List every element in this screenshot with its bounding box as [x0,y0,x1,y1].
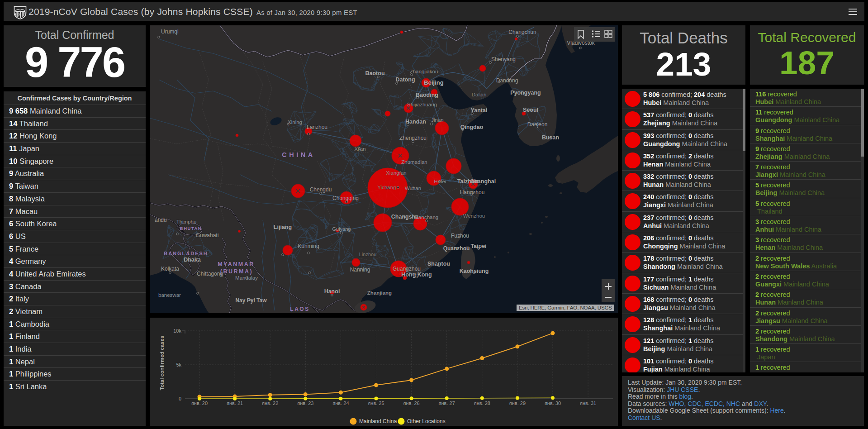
svg-text:янв. 23: янв. 23 [297,400,313,406]
svg-text:Handan: Handan [405,119,426,125]
svg-text:Busan: Busan [542,134,559,141]
svg-text:Nanning: Nanning [350,267,370,273]
svg-text:Shantou: Shantou [427,261,450,267]
svg-text:Pyongyang: Pyongyang [510,90,541,96]
svg-text:Urumqi: Urumqi [161,29,179,35]
svg-text:Quanzhou: Quanzhou [443,245,470,252]
svg-text:Daejeon: Daejeon [527,121,548,128]
svg-text:янв. 30: янв. 30 [545,400,561,406]
svg-text:Hong Kong: Hong Kong [401,272,432,278]
svg-text:Linzhou: Linzhou [359,252,377,257]
svg-text:Shenyang: Shenyang [491,56,516,62]
svg-text:CHINA: CHINA [282,151,315,158]
svg-text:Mandalay: Mandalay [235,275,258,281]
svg-text:Beijing: Beijing [424,79,443,86]
svg-text:Xi'an: Xi'an [354,146,365,152]
svg-text:baneswar: baneswar [158,292,181,298]
svg-text:Shijiazhuang: Shijiazhuang [407,102,437,107]
svg-text:BHUTAN: BHUTAN [180,226,202,231]
svg-text:Dalian: Dalian [472,92,487,97]
svg-text:0: 0 [179,396,181,401]
svg-text:Chongqing: Chongqing [332,195,359,201]
svg-text:BANGLADESH: BANGLADESH [164,251,208,256]
svg-text:янв. 24: янв. 24 [332,400,349,406]
svg-text:Baoding: Baoding [416,92,438,98]
svg-text:янв. 28: янв. 28 [474,400,490,406]
svg-text:10k: 10k [173,328,181,334]
svg-text:Guiyang: Guiyang [332,226,351,232]
svg-text:Dhaka: Dhaka [184,257,201,263]
svg-text:Zhumadian: Zhumadian [401,159,427,165]
svg-text:LAOS: LAOS [290,306,309,312]
svg-text:Thimphu: Thimphu [176,219,197,224]
svg-text:Hefei: Hefei [434,179,446,184]
svg-text:Fuzhou: Fuzhou [451,233,469,239]
svg-text:янв. 27: янв. 27 [439,400,455,406]
svg-text:Kolkata: Kolkata [161,266,179,272]
svg-text:Zhanjiang: Zhanjiang [367,290,392,296]
svg-text:Other Locations: Other Locations [407,418,446,424]
svg-text:Lijiang: Lijiang [274,224,292,230]
svg-text:Guwahati: Guwahati [196,232,219,238]
svg-text:Chittagong: Chittagong [197,271,223,277]
svg-text:Jinan: Jinan [431,117,444,123]
svg-text:Chengdu: Chengdu [310,186,332,193]
svg-text:янв. 21: янв. 21 [227,400,243,406]
svg-text:янв. 26: янв. 26 [403,400,419,406]
svg-text:Esri, HERE, Garmin, FAO, NOAA,: Esri, HERE, Garmin, FAO, NOAA, USGS [519,305,612,310]
svg-text:Zhangjiakou: Zhangjiakou [410,69,438,74]
svg-text:Wuhan: Wuhan [405,186,421,191]
svg-text:Kaohsiung: Kaohsiung [460,268,489,274]
svg-text:Nay Pyi Taw: Nay Pyi Taw [235,297,267,304]
svg-text:янв. 31: янв. 31 [580,400,596,406]
svg-text:Taipei: Taipei [470,243,486,249]
svg-text:andu: andu [155,217,167,223]
svg-text:5k: 5k [176,362,181,367]
svg-text:Shanghai: Shanghai [470,178,496,185]
svg-text:Datong: Datong [395,76,415,83]
svg-text:Zhengzhou: Zhengzhou [399,135,427,141]
svg-text:Total confirmed cases: Total confirmed cases [159,336,165,391]
svg-text:янв. 22: янв. 22 [262,400,278,406]
svg-text:Wenzhou: Wenzhou [463,213,485,219]
svg-text:Baotou: Baotou [365,70,384,76]
svg-text:Mainland China: Mainland China [359,418,397,424]
svg-text:(BURMA): (BURMA) [220,268,253,275]
svg-text:Seoul: Seoul [523,107,538,113]
svg-text:Kunming: Kunming [298,243,319,249]
svg-text:Qingdao: Qingdao [460,124,484,130]
svg-text:Yichang: Yichang [377,185,396,190]
svg-text:Nanchang: Nanchang [415,214,438,220]
svg-text:Hangzhou: Hangzhou [460,189,485,195]
svg-text:Xiangfan: Xiangfan [386,170,406,176]
svg-text:Lanzhou: Lanzhou [307,124,327,130]
svg-text:Changchun: Changchun [508,29,536,35]
svg-text:янв. 25: янв. 25 [368,400,384,406]
svg-text:Guangzhou: Guangzhou [393,266,421,272]
svg-text:янв. 20: янв. 20 [191,400,208,406]
svg-text:янв. 29: янв. 29 [509,400,526,406]
svg-text:Hanoi: Hanoi [324,288,340,295]
svg-text:MYANMAR: MYANMAR [218,261,255,267]
svg-text:Dandong: Dandong [496,77,518,84]
svg-text:Yantai: Yantai [471,107,488,114]
svg-text:Xining: Xining [288,119,302,125]
